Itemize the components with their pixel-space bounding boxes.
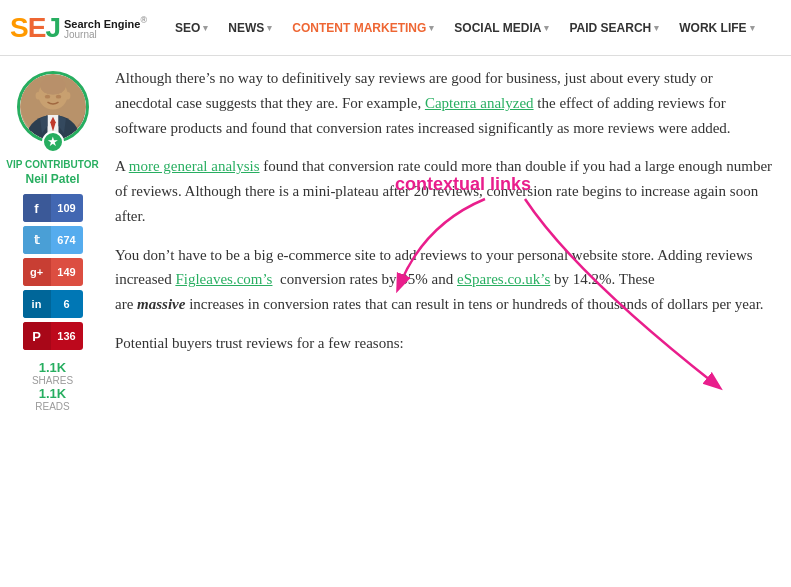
chevron-down-icon: ▾: [750, 23, 755, 33]
svg-point-7: [35, 92, 41, 99]
shares-label: SHARES: [32, 375, 73, 386]
main-nav: SEO ▾ NEWS ▾ CONTENT MARKETING ▾ SOCIAL …: [165, 21, 781, 35]
logo-e: E: [28, 12, 46, 43]
facebook-icon: f: [23, 194, 51, 222]
twitter-share-button[interactable]: 𝕥 674: [23, 226, 83, 254]
sidebar: ★ VIP CONTRIBUTOR Neil Patel f 109 𝕥 674…: [0, 66, 105, 412]
twitter-icon: 𝕥: [23, 226, 51, 254]
reads-label: READS: [32, 401, 73, 412]
svg-point-11: [55, 95, 61, 99]
linkedin-count: 6: [51, 298, 83, 310]
nav-news[interactable]: NEWS ▾: [218, 21, 282, 35]
logo-text: Search Engine® Journal: [64, 15, 147, 41]
nav-social-media[interactable]: SOCIAL MEDIA ▾: [444, 21, 559, 35]
capterra-link[interactable]: Capterra analyzed: [425, 95, 534, 111]
facebook-share-button[interactable]: f 109: [23, 194, 83, 222]
pinterest-share-button[interactable]: P 136: [23, 322, 83, 350]
logo-letters: SEJ: [10, 12, 60, 44]
svg-point-9: [40, 77, 66, 95]
paragraph-2: A more general analysis found that conve…: [115, 154, 773, 228]
vip-label: VIP CONTRIBUTOR: [6, 159, 98, 170]
emphasis-massive: massive: [137, 296, 185, 312]
main-layout: ★ VIP CONTRIBUTOR Neil Patel f 109 𝕥 674…: [0, 56, 791, 422]
figleaves-link[interactable]: Figleaves.com’s: [175, 271, 272, 287]
svg-point-8: [64, 92, 70, 99]
nav-work-life[interactable]: WORK LIFE ▾: [669, 21, 764, 35]
star-badge: ★: [42, 131, 64, 153]
content-wrap: Although there’s no way to definitively …: [115, 66, 773, 356]
googleplus-share-button[interactable]: g+ 149: [23, 258, 83, 286]
googleplus-count: 149: [51, 266, 83, 278]
shares-area: 1.1K SHARES 1.1K READS: [32, 360, 73, 412]
logo[interactable]: SEJ Search Engine® Journal: [10, 12, 147, 44]
facebook-count: 109: [51, 202, 83, 214]
chevron-down-icon: ▾: [544, 23, 549, 33]
author-name: Neil Patel: [25, 172, 79, 186]
chevron-down-icon: ▾: [429, 23, 434, 33]
googleplus-icon: g+: [23, 258, 51, 286]
linkedin-icon: in: [23, 290, 51, 318]
article-content: Although there’s no way to definitively …: [105, 66, 791, 412]
logo-search: Search Engine®: [64, 15, 147, 30]
svg-point-10: [44, 95, 50, 99]
star-icon: ★: [42, 131, 64, 153]
reads-count: 1.1K: [32, 386, 73, 401]
logo-j: J: [45, 12, 60, 43]
paragraph-3: You don’t have to be a big e-commerce si…: [115, 243, 773, 317]
general-analysis-link[interactable]: more general analysis: [129, 158, 260, 174]
nav-paid-search[interactable]: PAID SEARCH ▾: [559, 21, 669, 35]
linkedin-share-button[interactable]: in 6: [23, 290, 83, 318]
header: SEJ Search Engine® Journal SEO ▾ NEWS ▾ …: [0, 0, 791, 56]
chevron-down-icon: ▾: [654, 23, 659, 33]
paragraph-1: Although there’s no way to definitively …: [115, 66, 773, 140]
twitter-count: 674: [51, 234, 83, 246]
nav-content-marketing[interactable]: CONTENT MARKETING ▾: [282, 21, 444, 35]
logo-journal: Journal: [64, 29, 147, 40]
paragraph-4: Potential buyers trust reviews for a few…: [115, 331, 773, 356]
pinterest-count: 136: [51, 330, 83, 342]
espares-link[interactable]: eSpares.co.uk’s: [457, 271, 550, 287]
pinterest-icon: P: [23, 322, 51, 350]
nav-seo[interactable]: SEO ▾: [165, 21, 218, 35]
logo-reg: ®: [140, 15, 147, 25]
logo-s: S: [10, 12, 28, 43]
shares-count: 1.1K: [32, 360, 73, 375]
chevron-down-icon: ▾: [203, 23, 208, 33]
chevron-down-icon: ▾: [267, 23, 272, 33]
